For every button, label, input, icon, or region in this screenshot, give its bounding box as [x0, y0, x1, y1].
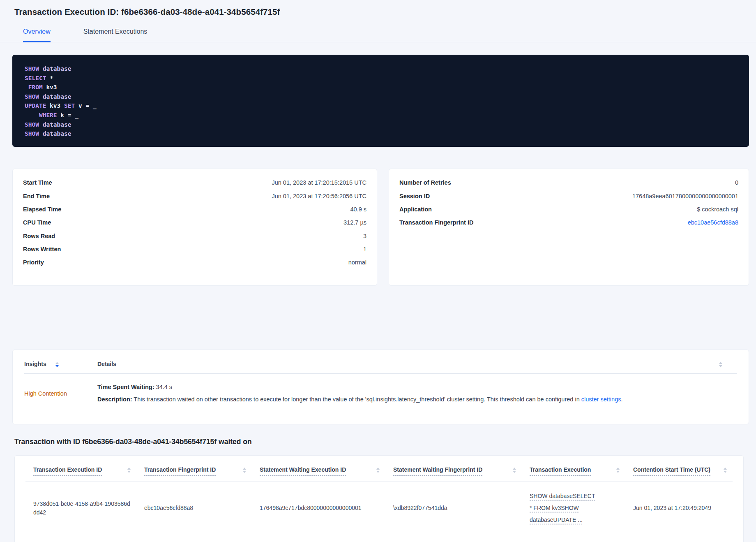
col-transaction-execution[interactable]: Transaction Execution — [530, 466, 591, 476]
sql-code-line: SHOW database — [25, 92, 737, 102]
stat-transaction-fingerprint-id: Transaction Fingerprint ID ebc10ae56cfd8… — [389, 216, 749, 229]
insight-row: High Contention Time Spent Waiting: 34.4… — [24, 374, 737, 414]
col-transaction-fingerprint-id[interactable]: Transaction Fingerprint ID — [144, 466, 216, 476]
waited-on-section-title: Transaction with ID f6be6366-da03-48de-a… — [14, 438, 756, 446]
sql-code-line: SHOW database — [25, 129, 737, 139]
table-row: 9738d051-bc0e-4158-a9b4-1903586ddd42 ebc… — [25, 482, 733, 536]
sort-icon[interactable] — [243, 468, 246, 473]
stat-start-time: Start Time Jun 01, 2023 at 17:20:15:2015… — [13, 176, 377, 189]
cell-transaction-fingerprint-id: ebc10ae56cfd88a8 — [136, 482, 252, 536]
sql-code-line: FROM kv3 — [25, 83, 737, 92]
time-spent-waiting-label: Time Spent Waiting: — [97, 384, 154, 390]
description-label: Description: — [97, 396, 132, 403]
sort-icon[interactable] — [719, 362, 722, 367]
tab-bar: Overview Statement Executions — [0, 28, 756, 42]
tab-overview[interactable]: Overview — [23, 28, 51, 42]
stat-rows-written: Rows Written 1 — [13, 243, 377, 256]
sql-code-line: SHOW database — [25, 120, 737, 130]
sql-code-line: UPDATE kv3 SET v = _ — [25, 101, 737, 111]
insights-column-header[interactable]: Insights — [24, 361, 46, 370]
insight-details: Time Spent Waiting: 34.4 s Description: … — [97, 383, 737, 404]
session-stats-card: Number of Retries 0 Session ID 17648a9ee… — [389, 169, 749, 286]
cell-contention-start-time: Jun 01, 2023 at 17:20:49:2049 — [625, 482, 733, 536]
stat-end-time: End Time Jun 01, 2023 at 17:20:56:2056 U… — [13, 189, 377, 202]
sort-icon[interactable] — [724, 468, 727, 473]
col-transaction-execution-id[interactable]: Transaction Execution ID — [33, 466, 102, 476]
transaction-execution-statements-link[interactable]: SHOW databaseSELECT * FROM kv3SHOW datab… — [530, 490, 597, 526]
col-statement-waiting-execution-id[interactable]: Statement Waiting Execution ID — [260, 466, 346, 476]
tab-statement-executions[interactable]: Statement Executions — [83, 28, 148, 42]
insight-badge-high-contention: High Contention — [24, 390, 97, 397]
cell-statement-waiting-fingerprint-id: \xdb8922f077541dda — [385, 482, 522, 536]
sql-code-line: SHOW database — [25, 64, 737, 74]
insights-table-card: Insights Details High Contention Time Sp… — [12, 350, 749, 424]
page-title: Transaction Execution ID: f6be6366-da03-… — [0, 0, 756, 17]
sql-code-line: SELECT * — [25, 74, 737, 83]
sort-icon[interactable] — [376, 468, 380, 473]
sort-icon[interactable] — [513, 468, 516, 473]
cluster-settings-link[interactable]: cluster settings — [581, 396, 621, 403]
stat-rows-read: Rows Read 3 — [13, 229, 377, 243]
execution-stats-card: Start Time Jun 01, 2023 at 17:20:15:2015… — [12, 169, 377, 286]
time-spent-waiting-value: 34.4 s — [154, 384, 173, 390]
sort-icon[interactable] — [616, 468, 620, 473]
description-text: This transaction waited on other transac… — [132, 396, 581, 403]
stat-elapsed-time: Elapsed Time 40.9 s — [13, 203, 377, 216]
stat-session-id: Session ID 17648a9eea6017800000000000000… — [389, 189, 749, 202]
cell-transaction-execution-id: 9738d051-bc0e-4158-a9b4-1903586ddd42 — [25, 482, 136, 536]
sql-code-line: WHERE k = _ — [25, 111, 737, 120]
sql-statements-box: SHOW databaseSELECT * FROM kv3SHOW datab… — [12, 55, 749, 147]
sort-icon[interactable] — [127, 468, 131, 473]
stats-cards-row: Start Time Jun 01, 2023 at 17:20:15:2015… — [12, 169, 749, 286]
insights-table-header: Insights Details — [24, 357, 737, 374]
col-contention-start-time[interactable]: Contention Start Time (UTC) — [633, 466, 710, 476]
cell-statement-waiting-execution-id: 176498a9c717bdc80000000000000001 — [252, 482, 385, 536]
waited-on-table-header: Transaction Execution ID Transaction Fin… — [25, 461, 733, 482]
stat-number-of-retries: Number of Retries 0 — [389, 176, 749, 189]
stat-cpu-time: CPU Time 312.7 µs — [13, 216, 377, 229]
sort-icon[interactable] — [55, 362, 59, 367]
waited-on-table-card: Transaction Execution ID Transaction Fin… — [14, 455, 744, 542]
stat-priority: Priority normal — [13, 256, 377, 269]
stat-application: Application $ cockroach sql — [389, 203, 749, 216]
transaction-fingerprint-link[interactable]: ebc10ae56cfd88a8 — [688, 219, 738, 226]
details-column-header[interactable]: Details — [97, 361, 116, 370]
col-statement-waiting-fingerprint-id[interactable]: Statement Waiting Fingerprint ID — [393, 466, 482, 476]
